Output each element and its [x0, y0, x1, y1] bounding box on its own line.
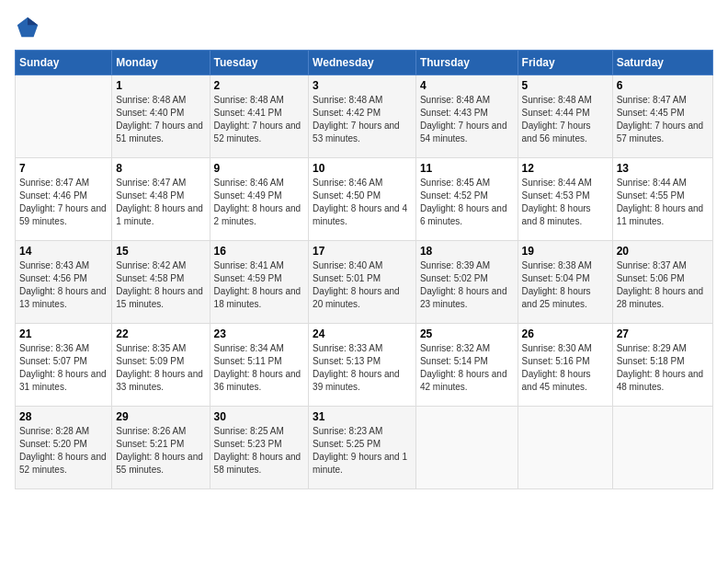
day-info: Sunrise: 8:36 AMSunset: 5:07 PMDaylight:…: [19, 342, 108, 394]
day-info: Sunrise: 8:28 AMSunset: 5:20 PMDaylight:…: [19, 425, 108, 477]
header-wednesday: Wednesday: [309, 51, 416, 75]
header-friday: Friday: [518, 51, 612, 75]
calendar-cell: [415, 407, 518, 489]
day-number: 2: [214, 79, 305, 92]
day-info: Sunrise: 8:29 AMSunset: 5:18 PMDaylight:…: [617, 342, 709, 394]
day-info: Sunrise: 8:46 AMSunset: 4:49 PMDaylight:…: [214, 177, 305, 228]
day-info: Sunrise: 8:33 AMSunset: 5:13 PMDaylight:…: [313, 342, 412, 394]
day-number: 23: [214, 327, 305, 340]
day-info: Sunrise: 8:40 AMSunset: 5:01 PMDaylight:…: [313, 259, 412, 311]
day-number: 22: [116, 327, 205, 340]
day-number: 17: [313, 245, 412, 258]
day-number: 15: [116, 245, 205, 258]
calendar-cell: 28Sunrise: 8:28 AMSunset: 5:20 PMDayligh…: [16, 407, 112, 489]
calendar-body: 1Sunrise: 8:48 AMSunset: 4:40 PMDaylight…: [16, 75, 713, 489]
calendar-cell: 25Sunrise: 8:32 AMSunset: 5:14 PMDayligh…: [415, 324, 518, 407]
day-info: Sunrise: 8:23 AMSunset: 5:25 PMDaylight:…: [313, 425, 412, 477]
day-number: 30: [214, 410, 305, 423]
day-info: Sunrise: 8:47 AMSunset: 4:48 PMDaylight:…: [116, 177, 205, 228]
day-info: Sunrise: 8:48 AMSunset: 4:40 PMDaylight:…: [116, 94, 205, 145]
day-info: Sunrise: 8:47 AMSunset: 4:46 PMDaylight:…: [19, 177, 108, 228]
day-number: 28: [19, 410, 108, 423]
logo: [15, 15, 44, 40]
day-number: 13: [617, 162, 709, 175]
day-info: Sunrise: 8:39 AMSunset: 5:02 PMDaylight:…: [420, 259, 514, 311]
day-number: 7: [19, 162, 108, 175]
day-info: Sunrise: 8:37 AMSunset: 5:06 PMDaylight:…: [617, 259, 709, 311]
day-info: Sunrise: 8:41 AMSunset: 4:59 PMDaylight:…: [214, 259, 305, 311]
calendar-cell: 22Sunrise: 8:35 AMSunset: 5:09 PMDayligh…: [112, 324, 210, 407]
day-number: 11: [420, 162, 514, 175]
calendar-cell: 4Sunrise: 8:48 AMSunset: 4:43 PMDaylight…: [415, 75, 518, 158]
day-info: Sunrise: 8:25 AMSunset: 5:23 PMDaylight:…: [214, 425, 305, 477]
calendar-cell: 24Sunrise: 8:33 AMSunset: 5:13 PMDayligh…: [309, 324, 416, 407]
svg-marker-1: [28, 17, 38, 25]
header-monday: Monday: [112, 51, 210, 75]
calendar-cell: 31Sunrise: 8:23 AMSunset: 5:25 PMDayligh…: [309, 407, 416, 489]
day-number: 19: [522, 245, 609, 258]
day-number: 18: [420, 245, 514, 258]
calendar-cell: [16, 75, 112, 158]
calendar-cell: 30Sunrise: 8:25 AMSunset: 5:23 PMDayligh…: [210, 407, 309, 489]
day-number: 1: [116, 79, 205, 92]
day-info: Sunrise: 8:48 AMSunset: 4:41 PMDaylight:…: [214, 94, 305, 145]
day-number: 12: [522, 162, 609, 175]
day-number: 10: [313, 162, 412, 175]
day-number: 26: [522, 327, 609, 340]
header-tuesday: Tuesday: [210, 51, 309, 75]
calendar-cell: 15Sunrise: 8:42 AMSunset: 4:58 PMDayligh…: [112, 241, 210, 324]
calendar-cell: 5Sunrise: 8:48 AMSunset: 4:44 PMDaylight…: [518, 75, 612, 158]
header-sunday: Sunday: [16, 51, 112, 75]
calendar-cell: 19Sunrise: 8:38 AMSunset: 5:04 PMDayligh…: [518, 241, 612, 324]
calendar-cell: 1Sunrise: 8:48 AMSunset: 4:40 PMDaylight…: [112, 75, 210, 158]
day-info: Sunrise: 8:47 AMSunset: 4:45 PMDaylight:…: [617, 94, 709, 145]
day-number: 31: [313, 410, 412, 423]
day-number: 20: [617, 245, 709, 258]
calendar-cell: 3Sunrise: 8:48 AMSunset: 4:42 PMDaylight…: [309, 75, 416, 158]
calendar-cell: 2Sunrise: 8:48 AMSunset: 4:41 PMDaylight…: [210, 75, 309, 158]
calendar-cell: 14Sunrise: 8:43 AMSunset: 4:56 PMDayligh…: [16, 241, 112, 324]
calendar-cell: 8Sunrise: 8:47 AMSunset: 4:48 PMDaylight…: [112, 158, 210, 241]
day-number: 27: [617, 327, 709, 340]
day-number: 14: [19, 245, 108, 258]
header-saturday: Saturday: [612, 51, 712, 75]
day-number: 21: [19, 327, 108, 340]
day-info: Sunrise: 8:44 AMSunset: 4:53 PMDaylight:…: [522, 177, 609, 228]
calendar-cell: 23Sunrise: 8:34 AMSunset: 5:11 PMDayligh…: [210, 324, 309, 407]
calendar-cell: 11Sunrise: 8:45 AMSunset: 4:52 PMDayligh…: [415, 158, 518, 241]
day-info: Sunrise: 8:43 AMSunset: 4:56 PMDaylight:…: [19, 259, 108, 311]
calendar-cell: 20Sunrise: 8:37 AMSunset: 5:06 PMDayligh…: [612, 241, 712, 324]
logo-icon: [15, 15, 40, 40]
calendar-cell: 18Sunrise: 8:39 AMSunset: 5:02 PMDayligh…: [415, 241, 518, 324]
day-info: Sunrise: 8:46 AMSunset: 4:50 PMDaylight:…: [313, 177, 412, 228]
calendar-cell: [518, 407, 612, 489]
day-info: Sunrise: 8:42 AMSunset: 4:58 PMDaylight:…: [116, 259, 205, 311]
calendar-cell: 29Sunrise: 8:26 AMSunset: 5:21 PMDayligh…: [112, 407, 210, 489]
day-number: 16: [214, 245, 305, 258]
day-number: 29: [116, 410, 205, 423]
calendar-cell: 21Sunrise: 8:36 AMSunset: 5:07 PMDayligh…: [16, 324, 112, 407]
day-number: 3: [313, 79, 412, 92]
calendar-cell: 12Sunrise: 8:44 AMSunset: 4:53 PMDayligh…: [518, 158, 612, 241]
calendar-cell: 27Sunrise: 8:29 AMSunset: 5:18 PMDayligh…: [612, 324, 712, 407]
calendar-cell: [612, 407, 712, 489]
day-info: Sunrise: 8:48 AMSunset: 4:43 PMDaylight:…: [420, 94, 514, 145]
day-number: 9: [214, 162, 305, 175]
day-info: Sunrise: 8:30 AMSunset: 5:16 PMDaylight:…: [522, 342, 609, 394]
calendar-table: Sunday Monday Tuesday Wednesday Thursday…: [15, 50, 713, 489]
day-info: Sunrise: 8:48 AMSunset: 4:42 PMDaylight:…: [313, 94, 412, 145]
calendar-cell: 7Sunrise: 8:47 AMSunset: 4:46 PMDaylight…: [16, 158, 112, 241]
day-number: 25: [420, 327, 514, 340]
day-number: 8: [116, 162, 205, 175]
calendar-cell: 17Sunrise: 8:40 AMSunset: 5:01 PMDayligh…: [309, 241, 416, 324]
day-number: 5: [522, 79, 609, 92]
calendar-header: Sunday Monday Tuesday Wednesday Thursday…: [16, 51, 713, 75]
day-info: Sunrise: 8:34 AMSunset: 5:11 PMDaylight:…: [214, 342, 305, 394]
calendar-cell: 9Sunrise: 8:46 AMSunset: 4:49 PMDaylight…: [210, 158, 309, 241]
calendar-cell: 16Sunrise: 8:41 AMSunset: 4:59 PMDayligh…: [210, 241, 309, 324]
day-number: 24: [313, 327, 412, 340]
day-info: Sunrise: 8:45 AMSunset: 4:52 PMDaylight:…: [420, 177, 514, 228]
day-number: 6: [617, 79, 709, 92]
page-header: [15, 15, 713, 40]
header-thursday: Thursday: [415, 51, 518, 75]
